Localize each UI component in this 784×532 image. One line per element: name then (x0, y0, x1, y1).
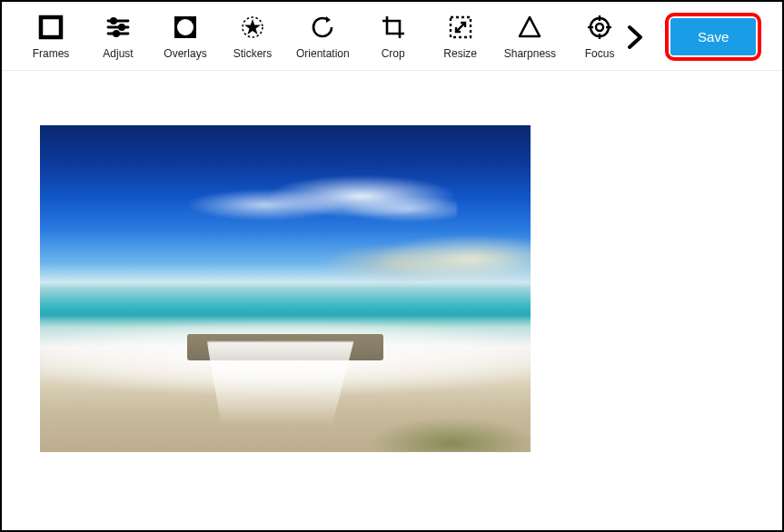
stickers-tool[interactable]: Stickers (229, 15, 276, 60)
adjust-label: Adjust (103, 47, 133, 60)
overlays-label: Overlays (164, 47, 206, 60)
sharpness-label: Sharpness (504, 47, 556, 60)
crop-label: Crop (382, 47, 405, 60)
adjust-icon (105, 15, 131, 40)
svg-point-8 (177, 19, 194, 35)
crop-tool[interactable]: Crop (370, 15, 417, 60)
editor-window: Frames Adjust Overlays (0, 0, 784, 532)
toolbar-right: Save (623, 13, 761, 61)
sharpness-tool[interactable]: Sharpness (504, 15, 556, 60)
adjust-tool[interactable]: Adjust (94, 15, 142, 60)
overlays-icon (173, 15, 198, 40)
svg-point-12 (596, 24, 603, 31)
orientation-tool[interactable]: Orientation (296, 15, 350, 60)
resize-icon (448, 15, 473, 40)
svg-point-2 (111, 18, 115, 23)
focus-label: Focus (585, 47, 615, 60)
frames-icon (38, 15, 64, 40)
toolbar-next-button[interactable] (623, 20, 647, 54)
frames-tool[interactable]: Frames (27, 15, 74, 60)
svg-rect-0 (41, 17, 61, 37)
tool-group: Frames Adjust Overlays (27, 15, 623, 60)
sharpness-icon (517, 15, 542, 40)
frames-label: Frames (33, 47, 70, 60)
save-button[interactable]: Save (670, 18, 756, 55)
overlays-tool[interactable]: Overlays (162, 15, 209, 60)
svg-point-6 (114, 31, 118, 35)
edited-image[interactable] (40, 125, 531, 452)
stickers-icon (240, 15, 265, 40)
editor-toolbar: Frames Adjust Overlays (2, 2, 782, 71)
chevron-right-icon (625, 24, 645, 51)
resize-label: Resize (443, 47, 477, 60)
crop-icon (381, 15, 406, 40)
focus-tool[interactable]: Focus (576, 15, 623, 60)
canvas-area (2, 71, 782, 530)
save-highlight: Save (665, 13, 761, 61)
svg-point-4 (119, 25, 124, 29)
resize-tool[interactable]: Resize (437, 15, 484, 60)
stickers-label: Stickers (233, 47, 273, 60)
orientation-icon (310, 15, 335, 40)
focus-icon (587, 15, 612, 40)
orientation-label: Orientation (296, 47, 350, 60)
